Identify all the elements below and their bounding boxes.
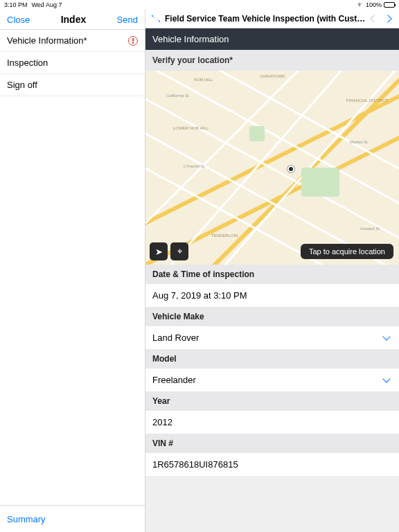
datetime-field[interactable]: Aug 7, 2019 at 3:10 PM <box>145 284 399 307</box>
index-item-label: Inspection <box>7 57 48 68</box>
svg-text:Market St: Market St <box>350 140 368 144</box>
vin-field[interactable]: 1R6578618UI876815 <box>145 453 399 476</box>
sidebar-footer: Summary <box>0 505 145 532</box>
svg-text:NOB HILL: NOB HILL <box>194 78 213 82</box>
status-date: Wed Aug 7 <box>32 1 62 8</box>
battery-percent: 100% <box>366 1 382 8</box>
sidebar-title: Index <box>61 14 87 25</box>
svg-text:LOWER NOB HILL: LOWER NOB HILL <box>173 126 209 130</box>
summary-button[interactable]: Summary <box>7 514 46 524</box>
index-list: Vehicle Information* Inspection Sign off <box>0 30 145 505</box>
svg-text:California St: California St <box>166 94 189 98</box>
sidebar-header: Close Index Send <box>0 10 145 30</box>
map-view[interactable]: NOB HILL CHINATOWN LOWER NOB HILL TENDER… <box>145 71 399 265</box>
locate-button[interactable]: ➤ <box>150 242 168 260</box>
make-label: Vehicle Make <box>145 307 399 326</box>
svg-text:O'Farrell St: O'Farrell St <box>184 164 204 168</box>
datetime-value: Aug 7, 2019 at 3:10 PM <box>152 290 247 301</box>
content-pane: Field Service Team Vehicle Inspection (w… <box>145 10 399 532</box>
index-item-label: Sign off <box>7 80 37 90</box>
status-time: 3:10 PM <box>4 1 28 8</box>
sidebar: Close Index Send Vehicle Information* In… <box>0 10 145 532</box>
svg-text:CHINATOWN: CHINATOWN <box>260 74 285 78</box>
chevron-down-icon <box>382 332 390 340</box>
expand-icon[interactable] <box>151 14 161 24</box>
alert-icon <box>128 36 138 46</box>
svg-text:FINANCIAL DISTRICT: FINANCIAL DISTRICT <box>346 98 389 103</box>
wifi-icon: ᯤ <box>357 1 364 8</box>
document-title: Field Service Team Vehicle Inspection (w… <box>165 14 367 24</box>
model-label: Model <box>145 349 399 369</box>
prev-page-button[interactable] <box>370 15 378 22</box>
index-item-label: Vehicle Information* <box>7 35 87 46</box>
datetime-label: Date & Time of inspection <box>145 265 399 284</box>
acquire-location-button[interactable]: Tap to acquire location <box>301 244 393 259</box>
status-bar: 3:10 PM Wed Aug 7 ᯤ 100% <box>0 0 399 10</box>
next-page-button[interactable] <box>384 15 391 22</box>
vin-value: 1R6578618UI876815 <box>152 459 238 470</box>
section-banner: Vehicle Information <box>145 28 399 50</box>
index-item-sign-off[interactable]: Sign off <box>0 74 145 96</box>
svg-text:TENDERLOIN: TENDERLOIN <box>211 233 238 238</box>
vin-label: VIN # <box>145 434 399 453</box>
send-button[interactable]: Send <box>117 15 138 25</box>
blank-area <box>145 476 399 532</box>
location-label: Verify your location* <box>145 50 399 71</box>
close-button[interactable]: Close <box>7 15 30 25</box>
svg-text:Howard St: Howard St <box>360 227 380 231</box>
content-header: Field Service Team Vehicle Inspection (w… <box>145 10 399 28</box>
svg-rect-13 <box>249 126 265 141</box>
map-tiles: NOB HILL CHINATOWN LOWER NOB HILL TENDER… <box>145 71 399 265</box>
battery-icon <box>384 2 395 8</box>
svg-rect-12 <box>301 168 339 197</box>
map-layers-button[interactable]: ⌖ <box>170 242 188 260</box>
model-field[interactable]: Freelander <box>145 369 399 391</box>
year-field[interactable]: 2012 <box>145 411 399 434</box>
make-field[interactable]: Land Rover <box>145 326 399 349</box>
make-value: Land Rover <box>152 332 199 343</box>
index-item-vehicle-information[interactable]: Vehicle Information* <box>0 30 145 52</box>
chevron-down-icon <box>382 375 390 382</box>
year-value: 2012 <box>152 417 172 427</box>
year-label: Year <box>145 391 399 411</box>
index-item-inspection[interactable]: Inspection <box>0 52 145 74</box>
model-value: Freelander <box>152 375 196 385</box>
